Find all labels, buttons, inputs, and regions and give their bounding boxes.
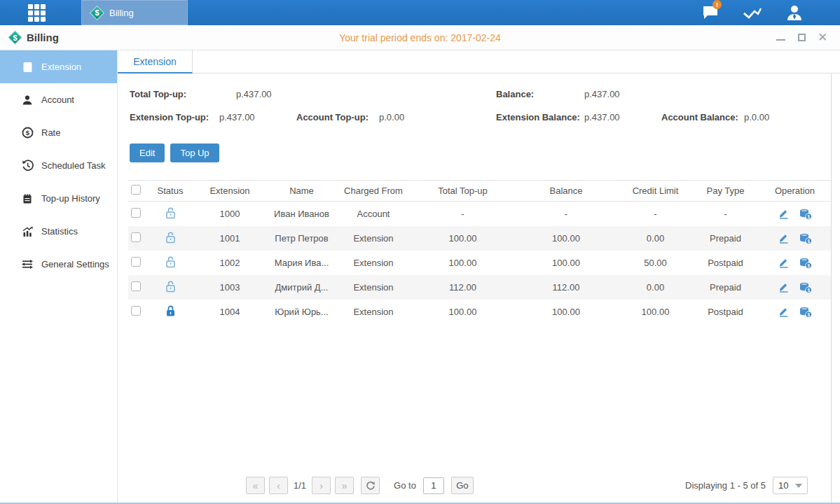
displaying-text: Displaying 1 - 5 of 5 bbox=[685, 480, 766, 491]
pay-type-cell: Prepaid bbox=[692, 282, 759, 293]
credit-limit-cell: 0.00 bbox=[619, 282, 692, 293]
tab-extension[interactable]: Extension bbox=[118, 50, 193, 74]
next-page-button[interactable]: › bbox=[312, 477, 331, 494]
user-account-icon[interactable] bbox=[783, 4, 806, 22]
top-up-coins-icon[interactable]: $ bbox=[799, 233, 812, 244]
operation-cell: $ bbox=[759, 282, 831, 293]
select-all-checkbox[interactable] bbox=[131, 185, 141, 195]
pagination-bar: « ‹ 1/1 › » Go to Go Displaying 1 - 5 of… bbox=[246, 477, 840, 494]
pay-type-cell: - bbox=[692, 209, 759, 219]
edit-pencil-icon[interactable] bbox=[778, 258, 790, 268]
edit-pencil-icon[interactable] bbox=[778, 307, 790, 317]
edit-pencil-icon[interactable] bbox=[778, 282, 790, 293]
credit-limit-cell: 0.00 bbox=[619, 233, 692, 244]
sidebar-item-scheduled-task[interactable]: Scheduled Task bbox=[0, 149, 117, 182]
account-topup-label: Account Top-up: bbox=[296, 112, 379, 122]
minimize-button[interactable] bbox=[776, 35, 785, 41]
extension-cell: 1004 bbox=[191, 307, 268, 317]
pay-type-cell: Postpaid bbox=[692, 258, 759, 268]
goto-page-input[interactable] bbox=[423, 477, 444, 494]
top-up-coins-icon[interactable]: $ bbox=[799, 209, 812, 220]
top-up-coins-icon[interactable]: $ bbox=[799, 258, 812, 269]
total-topup-cell: 100.00 bbox=[412, 258, 514, 268]
status-cell bbox=[149, 207, 191, 221]
svg-text:$: $ bbox=[25, 129, 29, 136]
tab-strip: Extension bbox=[118, 50, 840, 74]
status-cell bbox=[149, 281, 191, 295]
sidebar-item-extension[interactable]: Extension bbox=[0, 50, 117, 83]
balance-value: p.437.00 bbox=[584, 89, 620, 99]
billing-diamond-icon: $ bbox=[90, 6, 104, 20]
chevron-down-icon bbox=[795, 484, 802, 488]
total-topup-cell: 100.00 bbox=[412, 307, 514, 317]
monitor-chart-icon[interactable] bbox=[741, 4, 764, 22]
extension-balance-label: Extension Balance: bbox=[496, 112, 584, 122]
sidebar-item-label: Statistics bbox=[41, 226, 78, 237]
status-cell bbox=[149, 256, 191, 270]
col-header-total-topup: Total Top-up bbox=[412, 186, 514, 196]
col-header-name: Name bbox=[268, 186, 335, 196]
extension-cell: 1003 bbox=[191, 282, 268, 293]
bar-chart-icon bbox=[21, 225, 34, 237]
edit-pencil-icon[interactable] bbox=[778, 209, 790, 219]
total-topup-label: Total Top-up: bbox=[130, 89, 236, 99]
messages-icon[interactable]: ! bbox=[698, 4, 722, 22]
summary-panel: Total Top-up: p.437.00 Balance: p.437.00… bbox=[118, 74, 840, 135]
first-page-button[interactable]: « bbox=[246, 477, 265, 494]
go-button[interactable]: Go bbox=[451, 477, 474, 494]
operation-cell: $ bbox=[759, 307, 831, 318]
row-checkbox[interactable] bbox=[131, 281, 141, 291]
balance-cell: 100.00 bbox=[514, 307, 619, 317]
maximize-button[interactable] bbox=[798, 34, 806, 41]
lock-open-icon bbox=[165, 211, 176, 221]
table-row: 1002 Мария Ива... Extension 100.00 100.0… bbox=[128, 251, 831, 275]
charged-from-cell: Extension bbox=[335, 307, 412, 317]
table-body: 1000 Иван Иванов Account - - - - $ bbox=[128, 202, 831, 324]
sidebar-item-account[interactable]: Account bbox=[0, 83, 117, 116]
sidebar-item-statistics[interactable]: Statistics bbox=[0, 215, 117, 248]
row-checkbox[interactable] bbox=[131, 306, 141, 316]
transfer-arrows-icon bbox=[21, 258, 34, 270]
sidebar-item-label: Scheduled Task bbox=[41, 160, 106, 171]
sidebar-item-topup-history[interactable]: Top-up History bbox=[0, 182, 117, 215]
close-button[interactable]: ✕ bbox=[818, 34, 827, 42]
top-up-coins-icon[interactable]: $ bbox=[799, 282, 812, 293]
row-checkbox[interactable] bbox=[131, 208, 141, 218]
sidebar-item-label: General Settings bbox=[41, 259, 109, 270]
account-topup-value: p.0.00 bbox=[379, 112, 404, 122]
edit-pencil-icon[interactable] bbox=[778, 233, 790, 244]
pay-type-cell: Prepaid bbox=[692, 233, 759, 244]
sidebar-item-label: Top-up History bbox=[41, 193, 100, 204]
svg-text:$: $ bbox=[807, 214, 810, 220]
col-header-credit-limit: Credit Limit bbox=[619, 186, 692, 196]
top-up-button[interactable]: Top Up bbox=[170, 144, 219, 162]
billing-title-icon: $ bbox=[8, 31, 22, 44]
billing-app-tab[interactable]: $ Billing bbox=[81, 0, 188, 25]
prev-page-button[interactable]: ‹ bbox=[269, 477, 288, 494]
charged-from-cell: Extension bbox=[335, 282, 412, 293]
credit-limit-cell: 50.00 bbox=[619, 258, 692, 268]
svg-text:$: $ bbox=[807, 239, 810, 244]
row-checkbox[interactable] bbox=[131, 232, 141, 242]
top-up-coins-icon[interactable]: $ bbox=[799, 307, 812, 318]
table-row: 1004 Юрий Юрь... Extension 100.00 100.00… bbox=[128, 300, 831, 324]
page-size-dropdown[interactable]: 10 bbox=[773, 477, 808, 494]
sidebar: Extension Account $ Rate Scheduled Task bbox=[0, 50, 118, 503]
name-cell: Юрий Юрь... bbox=[268, 307, 335, 317]
app-grid-icon[interactable] bbox=[28, 4, 49, 21]
last-page-button[interactable]: » bbox=[335, 477, 354, 494]
total-topup-value: p.437.00 bbox=[236, 89, 272, 99]
name-cell: Петр Петров bbox=[268, 233, 335, 244]
sidebar-item-label: Rate bbox=[41, 127, 60, 138]
svg-text:$: $ bbox=[807, 288, 810, 293]
col-header-extension: Extension bbox=[191, 186, 268, 196]
trial-notice: Your trial period ends on: 2017-02-24 bbox=[0, 32, 840, 43]
row-checkbox[interactable] bbox=[131, 257, 141, 267]
extension-balance-value: p.437.00 bbox=[584, 112, 661, 122]
refresh-icon[interactable] bbox=[361, 477, 380, 494]
sidebar-item-rate[interactable]: $ Rate bbox=[0, 116, 117, 149]
sidebar-item-general-settings[interactable]: General Settings bbox=[0, 248, 117, 281]
account-balance-value: p.0.00 bbox=[744, 112, 769, 122]
edit-button[interactable]: Edit bbox=[130, 144, 165, 162]
dollar-circle-icon: $ bbox=[21, 127, 34, 139]
